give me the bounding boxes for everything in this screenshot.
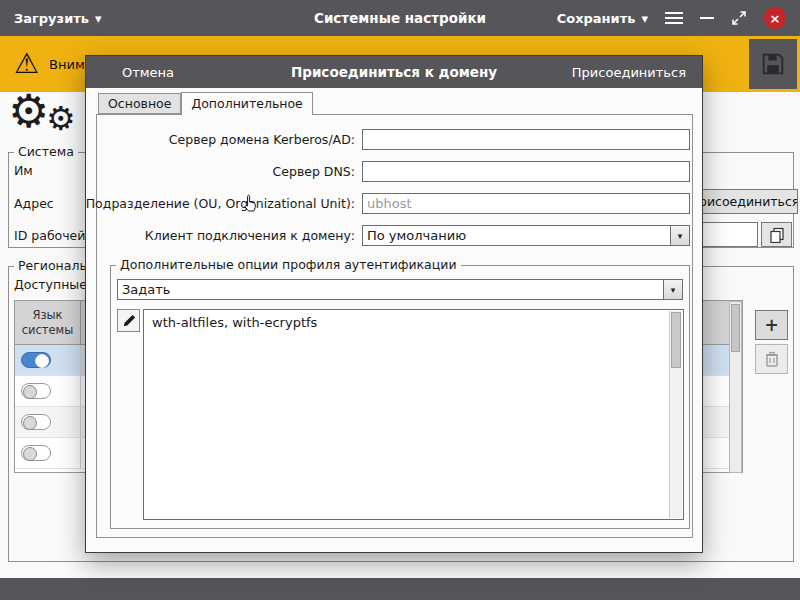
join-domain-background-label: рисоединиться: [699, 194, 798, 209]
domain-client-label: Клиент подключения к домену:: [145, 225, 355, 246]
kerberos-server-label: Сервер домена Kerberos/AD:: [169, 129, 355, 150]
load-menu-label: Загрузить: [14, 11, 89, 26]
join-domain-dialog: Отмена Присоединиться к домену Присоедин…: [85, 55, 703, 553]
titlebar-controls: Сохранить ▾ ×: [557, 0, 800, 36]
chevron-down-icon: ▾: [663, 280, 682, 299]
domain-client-select[interactable]: По умолчанию ▾: [362, 225, 690, 246]
language-toggle[interactable]: [21, 352, 51, 368]
add-language-button[interactable]: +: [755, 310, 788, 340]
maximize-button[interactable]: [731, 10, 747, 26]
pencil-icon: [122, 314, 136, 328]
tab-basic[interactable]: Основное: [98, 93, 181, 114]
remove-language-button[interactable]: [755, 344, 788, 374]
dialog-tabs: Основное Дополнительное: [98, 92, 313, 115]
save-to-disk-button[interactable]: [749, 39, 797, 89]
textarea-scrollbar[interactable]: [669, 311, 682, 518]
warning-icon: ⚠: [14, 50, 39, 78]
domain-client-select-value: По умолчанию: [363, 228, 670, 243]
table-scrollbar[interactable]: [729, 301, 742, 473]
auth-options-mode-value: Задать: [118, 282, 663, 297]
bottom-bar: [0, 578, 800, 600]
save-menu-button[interactable]: Сохранить ▾: [557, 0, 648, 36]
system-group-legend: Система: [14, 144, 78, 159]
kerberos-server-input[interactable]: [362, 129, 690, 150]
gear-icon: ⚙: [8, 88, 49, 134]
dns-server-label: Сервер DNS:: [273, 161, 355, 182]
floppy-disk-icon: [759, 50, 787, 78]
auth-options-textarea[interactable]: wth-altfiles, with-ecryptfs: [143, 309, 684, 520]
language-toggle[interactable]: [21, 445, 51, 461]
join-button[interactable]: Присоединиться: [572, 65, 686, 80]
ou-input[interactable]: [362, 193, 690, 214]
workstation-id-label: ID рабочей: [14, 228, 85, 243]
dns-server-input[interactable]: [362, 161, 690, 182]
dialog-header: Отмена Присоединиться к домену Присоедин…: [86, 56, 702, 88]
top-toolbar: Загрузить ▾ Системные настройки Сохранит…: [0, 0, 800, 36]
close-icon: ×: [770, 11, 781, 26]
edit-options-button[interactable]: [117, 309, 140, 332]
hamburger-menu-icon[interactable]: [665, 12, 683, 24]
auth-options-group: Дополнительные опции профиля аутентифика…: [110, 265, 690, 529]
tab-advanced[interactable]: Дополнительное: [181, 92, 312, 115]
workstation-id-field[interactable]: [698, 222, 758, 247]
plus-icon: +: [764, 315, 778, 335]
expand-arrows-icon: [731, 10, 747, 26]
auth-options-mode-select[interactable]: Задать ▾: [117, 279, 683, 300]
chevron-down-icon: ▾: [95, 11, 102, 26]
language-column-header: Язык системы: [15, 301, 81, 344]
chevron-down-icon: ▾: [641, 11, 648, 26]
address-label: Адрес: [14, 196, 54, 211]
load-menu-button[interactable]: Загрузить ▾: [0, 0, 116, 36]
scrollbar-thumb[interactable]: [731, 304, 740, 352]
computer-name-label: Им: [14, 163, 33, 178]
minimize-button[interactable]: [700, 17, 714, 19]
advanced-tab-panel: Сервер домена Kerberos/AD: Сервер DNS: П…: [96, 114, 693, 538]
copy-button[interactable]: [761, 222, 792, 247]
screen: Загрузить ▾ Системные настройки Сохранит…: [0, 0, 800, 600]
trash-icon: [765, 351, 779, 367]
close-button[interactable]: ×: [764, 7, 786, 29]
scrollbar-thumb[interactable]: [671, 312, 681, 368]
chevron-down-icon: ▾: [670, 226, 689, 245]
join-domain-background-button[interactable]: рисоединиться: [698, 189, 798, 214]
language-toggle[interactable]: [21, 383, 51, 399]
table-cell: [15, 438, 81, 468]
ou-label: Подразделение (OU, Organizational Unit):: [86, 193, 355, 214]
table-cell: [15, 376, 81, 406]
save-menu-label: Сохранить: [557, 11, 636, 26]
table-cell: [15, 345, 81, 375]
copy-icon: [769, 227, 785, 243]
auth-options-legend: Дополнительные опции профиля аутентифика…: [116, 257, 461, 272]
cancel-button[interactable]: Отмена: [122, 65, 174, 80]
auth-options-text: wth-altfiles, with-ecryptfs: [144, 310, 683, 335]
gear-icon: ⚙: [46, 102, 76, 135]
language-toggle[interactable]: [21, 414, 51, 430]
table-cell: [15, 407, 81, 437]
